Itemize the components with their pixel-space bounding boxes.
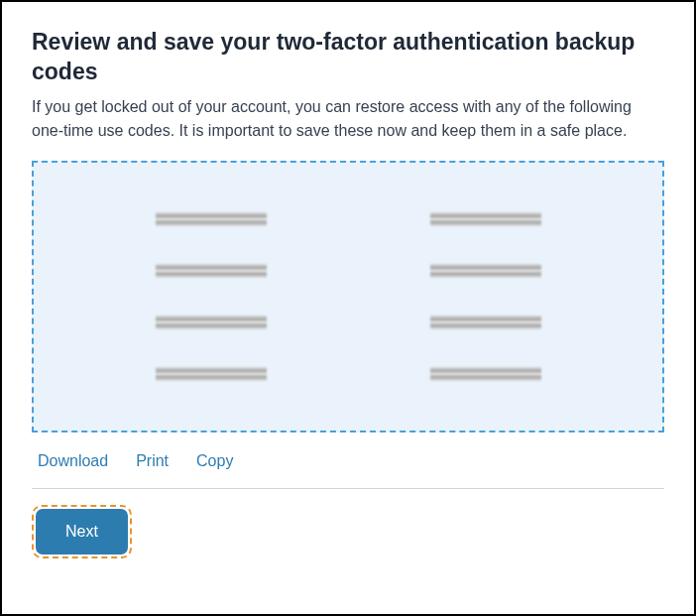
dialog-title: Review and save your two-factor authenti… — [32, 28, 664, 87]
backup-code — [430, 367, 541, 381]
backup-code — [430, 315, 541, 329]
backup-codes-panel — [32, 161, 664, 432]
print-link[interactable]: Print — [136, 452, 169, 470]
backup-codes-dialog: Review and save your two-factor authenti… — [0, 0, 696, 616]
actions-row: Download Print Copy — [32, 452, 664, 470]
backup-code — [156, 367, 267, 381]
next-button-highlight: Next — [32, 505, 132, 558]
backup-code — [430, 264, 541, 278]
dialog-description: If you get locked out of your account, y… — [32, 95, 664, 143]
backup-code — [156, 264, 267, 278]
copy-link[interactable]: Copy — [196, 452, 233, 470]
divider — [32, 488, 664, 489]
download-link[interactable]: Download — [38, 452, 108, 470]
next-button[interactable]: Next — [36, 509, 128, 554]
backup-code — [430, 212, 541, 226]
backup-code — [156, 212, 267, 226]
codes-column-right — [430, 212, 541, 381]
backup-code — [156, 315, 267, 329]
codes-column-left — [156, 212, 267, 381]
